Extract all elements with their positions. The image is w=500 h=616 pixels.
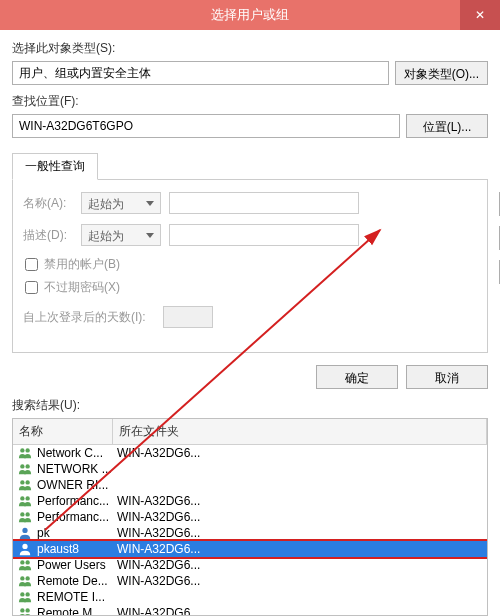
svg-point-13 [22,544,27,549]
results-label: 搜索结果(U): [12,397,488,414]
row-name: Network C... [37,446,117,460]
title-bar: 选择用户或组 ✕ [0,0,500,30]
svg-point-18 [20,592,24,596]
svg-point-5 [25,464,29,468]
row-name: pk [37,526,117,540]
svg-point-11 [25,512,29,516]
table-row[interactable]: Network C...WIN-A32DG6... [13,445,487,461]
desc-filter-input[interactable] [169,224,359,246]
days-since-label: 自上次登录后的天数(I): [23,309,163,326]
svg-point-10 [20,512,24,516]
row-name: Remote De... [37,574,117,588]
table-row[interactable]: Power UsersWIN-A32DG6... [13,557,487,573]
name-filter-input[interactable] [169,192,359,214]
col-header-location[interactable]: 所在文件夹 [113,419,487,444]
svg-point-6 [20,480,24,484]
table-row[interactable]: Remote De...WIN-A32DG6... [13,573,487,589]
svg-point-21 [25,608,29,612]
row-name: Performanc... [37,510,117,524]
row-location: WIN-A32DG6... [117,494,483,508]
tab-general-query[interactable]: 一般性查询 [12,153,98,180]
locations-button[interactable]: 位置(L)... [406,114,488,138]
row-name: pkaust8 [37,542,117,556]
table-row[interactable]: OWNER RI... [13,477,487,493]
svg-point-3 [25,448,29,452]
window-title: 选择用户或组 [211,6,289,24]
table-row[interactable]: Remote M...WIN-A32DG6... [13,605,487,616]
cancel-button[interactable]: 取消 [406,365,488,389]
close-button[interactable]: ✕ [460,0,500,30]
svg-point-14 [20,560,24,564]
name-field-label: 名称(A): [23,195,81,212]
table-row[interactable]: Performanc...WIN-A32DG6... [13,493,487,509]
grid-header: 名称 所在文件夹 [13,419,487,445]
svg-point-9 [25,496,29,500]
close-icon: ✕ [475,8,485,22]
days-since-spinner[interactable] [163,306,213,328]
disabled-accounts-checkbox[interactable] [25,258,38,271]
svg-point-15 [25,560,29,564]
location-label: 查找位置(F): [12,93,488,110]
object-type-input[interactable] [12,61,389,85]
object-types-button[interactable]: 对象类型(O)... [395,61,488,85]
desc-field-label: 描述(D): [23,227,81,244]
ok-button[interactable]: 确定 [316,365,398,389]
location-input[interactable] [12,114,400,138]
table-row[interactable]: pkWIN-A32DG6... [13,525,487,541]
row-location: WIN-A32DG6... [117,526,483,540]
no-expire-pwd-label: 不过期密码(X) [44,279,120,296]
svg-point-17 [25,576,29,580]
col-header-name[interactable]: 名称 [13,419,113,444]
row-name: Power Users [37,558,117,572]
svg-point-7 [25,480,29,484]
row-name: Performanc... [37,494,117,508]
row-location: WIN-A32DG6... [117,558,483,572]
row-name: REMOTE I... [37,590,117,604]
svg-point-20 [20,608,24,612]
row-location: WIN-A32DG6... [117,606,483,616]
no-expire-pwd-checkbox[interactable] [25,281,38,294]
row-name: NETWORK ... [37,462,117,476]
svg-point-2 [20,448,24,452]
row-location: WIN-A32DG6... [117,574,483,588]
row-location: WIN-A32DG6... [117,510,483,524]
results-grid[interactable]: 名称 所在文件夹 Network C...WIN-A32DG6...NETWOR… [12,418,488,616]
svg-point-4 [20,464,24,468]
svg-point-19 [25,592,29,596]
svg-point-8 [20,496,24,500]
disabled-accounts-label: 禁用的帐户(B) [44,256,120,273]
table-row[interactable]: pkaust8WIN-A32DG6... [13,541,487,557]
object-type-label: 选择此对象类型(S): [12,40,488,57]
table-row[interactable]: NETWORK ... [13,461,487,477]
row-location: WIN-A32DG6... [117,542,483,556]
svg-point-12 [22,528,27,533]
row-name: Remote M... [37,606,117,616]
row-location: WIN-A32DG6... [117,446,483,460]
table-row[interactable]: REMOTE I... [13,589,487,605]
desc-mode-select[interactable]: 起始为 [81,224,161,246]
row-name: OWNER RI... [37,478,117,492]
name-mode-select[interactable]: 起始为 [81,192,161,214]
table-row[interactable]: Performanc...WIN-A32DG6... [13,509,487,525]
svg-point-16 [20,576,24,580]
